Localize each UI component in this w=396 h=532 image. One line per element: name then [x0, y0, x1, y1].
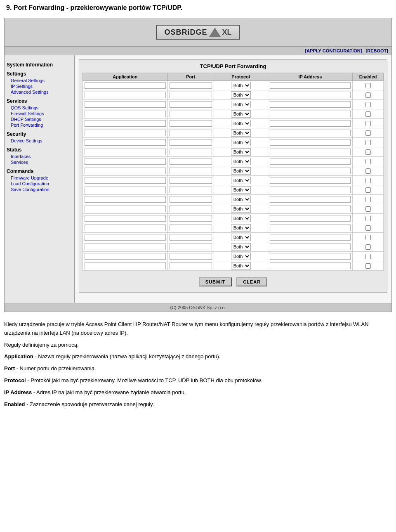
sidebar-item-qos-settings[interactable]: QOS Settings	[7, 105, 72, 111]
sidebar-item-services-status[interactable]: Services	[7, 159, 72, 165]
port-input-6[interactable]	[170, 139, 212, 146]
enabled-checkbox-5[interactable]	[365, 130, 371, 136]
protocol-select-17[interactable]: BothTCPUDP	[231, 243, 251, 251]
application-input-8[interactable]	[85, 158, 166, 165]
ip-address-input-18[interactable]	[270, 253, 351, 260]
port-input-19[interactable]	[170, 262, 212, 269]
clear-button[interactable]: CLEAR	[236, 277, 267, 286]
enabled-checkbox-15[interactable]	[365, 225, 371, 231]
ip-address-input-0[interactable]	[270, 82, 351, 89]
enabled-checkbox-6[interactable]	[365, 140, 371, 145]
protocol-select-4[interactable]: BothTCPUDP	[231, 120, 251, 127]
application-input-16[interactable]	[85, 234, 166, 241]
application-input-9[interactable]	[85, 168, 166, 174]
application-input-19[interactable]	[85, 262, 166, 269]
ip-address-input-16[interactable]	[270, 234, 351, 241]
port-input-7[interactable]	[170, 149, 212, 155]
port-input-3[interactable]	[170, 111, 212, 117]
port-input-17[interactable]	[170, 244, 212, 250]
sidebar-item-firmware-upgrade[interactable]: Firmware Upgrade	[7, 175, 72, 181]
ip-address-input-4[interactable]	[270, 120, 351, 127]
application-input-4[interactable]	[85, 120, 166, 127]
application-input-10[interactable]	[85, 177, 166, 184]
protocol-select-1[interactable]: BothTCPUDP	[231, 91, 251, 99]
ip-address-input-10[interactable]	[270, 177, 351, 184]
port-input-2[interactable]	[170, 101, 212, 108]
sidebar-item-dhcp-settings[interactable]: DHCP Settings	[7, 116, 72, 122]
application-input-13[interactable]	[85, 206, 166, 212]
application-input-3[interactable]	[85, 111, 166, 117]
port-input-1[interactable]	[170, 92, 212, 98]
ip-address-input-14[interactable]	[270, 215, 351, 222]
enabled-checkbox-2[interactable]	[365, 102, 371, 107]
port-input-14[interactable]	[170, 215, 212, 222]
port-input-11[interactable]	[170, 187, 212, 193]
sidebar-item-device-settings[interactable]: Device Settings	[7, 138, 72, 144]
port-input-15[interactable]	[170, 225, 212, 231]
protocol-select-14[interactable]: BothTCPUDP	[231, 215, 251, 222]
enabled-checkbox-4[interactable]	[365, 121, 371, 126]
ip-address-input-2[interactable]	[270, 101, 351, 108]
application-input-0[interactable]	[85, 82, 166, 89]
sidebar-item-general-settings[interactable]: General Settings	[7, 78, 72, 83]
ip-address-input-11[interactable]	[270, 187, 351, 193]
enabled-checkbox-16[interactable]	[365, 235, 371, 240]
ip-address-input-1[interactable]	[270, 92, 351, 98]
ip-address-input-6[interactable]	[270, 139, 351, 146]
ip-address-input-13[interactable]	[270, 206, 351, 212]
enabled-checkbox-14[interactable]	[365, 216, 371, 221]
protocol-select-2[interactable]: BothTCPUDP	[231, 101, 251, 108]
protocol-select-19[interactable]: BothTCPUDP	[231, 262, 251, 270]
ip-address-input-12[interactable]	[270, 196, 351, 203]
sidebar-item-port-forwarding[interactable]: Port Forwarding	[7, 122, 72, 128]
application-input-6[interactable]	[85, 139, 166, 146]
enabled-checkbox-7[interactable]	[365, 149, 371, 155]
protocol-select-0[interactable]: BothTCPUDP	[231, 82, 251, 89]
port-input-13[interactable]	[170, 206, 212, 212]
application-input-5[interactable]	[85, 130, 166, 136]
port-input-18[interactable]	[170, 253, 212, 260]
ip-address-input-15[interactable]	[270, 225, 351, 231]
enabled-checkbox-10[interactable]	[365, 178, 371, 183]
ip-address-input-5[interactable]	[270, 130, 351, 136]
ip-address-input-17[interactable]	[270, 244, 351, 250]
submit-button[interactable]: SUBMIT	[199, 277, 232, 286]
enabled-checkbox-1[interactable]	[365, 92, 371, 98]
sidebar-item-load-configuration[interactable]: Load Configuration	[7, 181, 72, 187]
port-input-4[interactable]	[170, 120, 212, 127]
enabled-checkbox-9[interactable]	[365, 168, 371, 174]
port-input-0[interactable]	[170, 82, 212, 89]
ip-address-input-7[interactable]	[270, 149, 351, 155]
protocol-select-18[interactable]: BothTCPUDP	[231, 253, 251, 260]
sidebar-item-ip-settings[interactable]: IP Settings	[7, 83, 72, 89]
application-input-18[interactable]	[85, 253, 166, 260]
application-input-1[interactable]	[85, 92, 166, 98]
application-input-15[interactable]	[85, 225, 166, 231]
apply-config-link[interactable]: [APPLY CONFIGURATION]	[305, 48, 362, 53]
sidebar-item-save-configuration[interactable]: Save Configuration	[7, 187, 72, 192]
enabled-checkbox-18[interactable]	[365, 254, 371, 259]
protocol-select-10[interactable]: BothTCPUDP	[231, 177, 251, 184]
enabled-checkbox-19[interactable]	[365, 263, 371, 269]
protocol-select-5[interactable]: BothTCPUDP	[231, 129, 251, 137]
application-input-14[interactable]	[85, 215, 166, 222]
port-input-16[interactable]	[170, 234, 212, 241]
port-input-12[interactable]	[170, 196, 212, 203]
reboot-link[interactable]: [REBOOT]	[366, 48, 388, 53]
application-input-12[interactable]	[85, 196, 166, 203]
protocol-select-7[interactable]: BothTCPUDP	[231, 148, 251, 156]
protocol-select-6[interactable]: BothTCPUDP	[231, 139, 251, 146]
application-input-11[interactable]	[85, 187, 166, 193]
enabled-checkbox-13[interactable]	[365, 206, 371, 212]
protocol-select-15[interactable]: BothTCPUDP	[231, 224, 251, 232]
port-input-10[interactable]	[170, 177, 212, 184]
sidebar-item-firewall-settings[interactable]: Firewall Settings	[7, 111, 72, 116]
ip-address-input-19[interactable]	[270, 262, 351, 269]
enabled-checkbox-17[interactable]	[365, 244, 371, 250]
sidebar-item-interfaces[interactable]: Interfaces	[7, 154, 72, 159]
enabled-checkbox-8[interactable]	[365, 159, 371, 164]
protocol-select-16[interactable]: BothTCPUDP	[231, 234, 251, 241]
enabled-checkbox-12[interactable]	[365, 197, 371, 202]
protocol-select-3[interactable]: BothTCPUDP	[231, 110, 251, 118]
port-input-5[interactable]	[170, 130, 212, 136]
